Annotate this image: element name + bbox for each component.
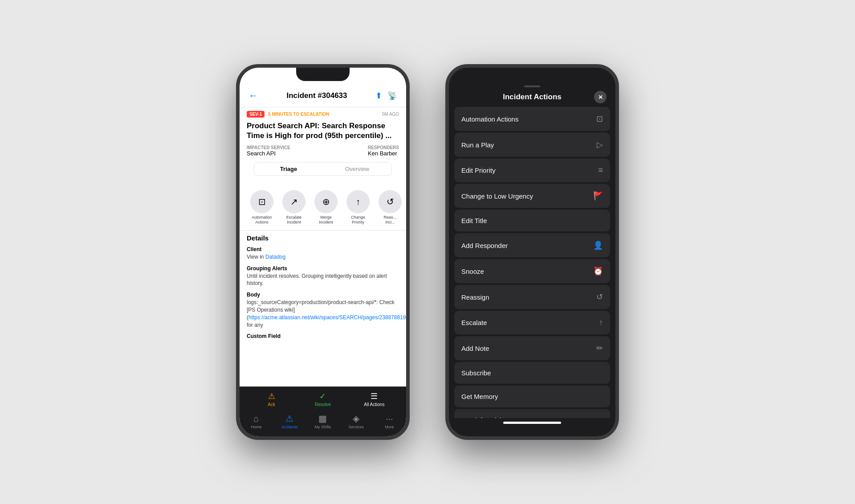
bottom-tab-bar: ⚠ Ack ✓ Resolve ☰ All Actions ⌂ bbox=[240, 386, 406, 436]
modal-title: Incident Actions bbox=[503, 93, 562, 102]
datadog-link[interactable]: Datadog bbox=[265, 254, 285, 260]
ack-label: Ack bbox=[268, 402, 275, 407]
bell-icon[interactable]: 📡 bbox=[387, 91, 397, 101]
home-icon: ⌂ bbox=[253, 414, 259, 424]
modal-bottom-bar bbox=[449, 418, 615, 436]
detail-body: Body logs:_sourceCategory=production/pro… bbox=[247, 292, 399, 329]
details-heading: Details bbox=[247, 234, 399, 242]
automation-label: AutomationActions bbox=[252, 215, 272, 225]
left-phone-screen: ← Incident #304633 ⬆ 📡 SEV-1 5 MINUTES T… bbox=[240, 68, 406, 436]
action-escalate-icon: ↑ bbox=[599, 318, 603, 327]
modal-list: Automation Actions ⊡ Run a Play ▷ Edit P… bbox=[449, 107, 615, 418]
services-label: Services bbox=[349, 425, 364, 429]
action-add-note-label: Add Note bbox=[461, 345, 489, 352]
action-item-subscribe[interactable]: Subscribe bbox=[454, 362, 610, 384]
action-change-priority[interactable]: ↑ ChangePriority bbox=[343, 190, 373, 225]
right-notch bbox=[505, 68, 559, 81]
detail-body-label: Body bbox=[247, 292, 399, 298]
action-item-snooze[interactable]: Snooze ⏰ bbox=[454, 259, 610, 283]
home-label: Home bbox=[251, 425, 261, 429]
detail-grouping-label: Grouping Alerts bbox=[247, 265, 399, 272]
resolve-button[interactable]: ✓ Resolve bbox=[298, 390, 347, 409]
merge-icon-circle: ⊕ bbox=[314, 190, 338, 213]
action-item-get-memory[interactable]: Get Memory bbox=[454, 386, 610, 407]
change-priority-label: ChangePriority bbox=[351, 215, 365, 225]
detail-custom-label: Custom Field bbox=[247, 333, 399, 339]
action-item-oci-disk[interactable]: OCI infra Disk Usage bbox=[454, 409, 610, 418]
left-phone: ← Incident #304633 ⬆ 📡 SEV-1 5 MINUTES T… bbox=[236, 64, 410, 440]
services-icon: ◈ bbox=[353, 413, 359, 424]
automation-icon: ⊡ bbox=[258, 196, 266, 207]
action-add-responder-icon: 👤 bbox=[593, 240, 603, 250]
action-item-reassign[interactable]: Reassign ↺ bbox=[454, 285, 610, 309]
incidents-label: Incidents bbox=[281, 425, 297, 429]
change-priority-icon: ↑ bbox=[356, 197, 360, 207]
ack-button[interactable]: ⚠ Ack bbox=[247, 390, 296, 409]
action-item-add-note[interactable]: Add Note ✏ bbox=[454, 336, 610, 360]
notch bbox=[296, 68, 350, 81]
action-reassign[interactable]: ↺ Reas...Inci... bbox=[375, 190, 405, 225]
action-change-low-urgency-icon: 🚩 bbox=[593, 191, 603, 201]
reassign-icon-circle: ↺ bbox=[379, 190, 402, 213]
escalation-text: 5 MINUTES TO ESCALATION bbox=[268, 112, 329, 117]
nav-home[interactable]: ⌂ Home bbox=[240, 414, 273, 429]
action-item-automation-actions[interactable]: Automation Actions ⊡ bbox=[454, 107, 610, 131]
action-automation-actions-icon: ⊡ bbox=[596, 114, 603, 124]
escalate-icon-circle: ↗ bbox=[282, 190, 305, 213]
action-item-change-low-urgency[interactable]: Change to Low Urgency 🚩 bbox=[454, 184, 610, 208]
action-edit-priority-icon: ≡ bbox=[598, 166, 603, 175]
all-actions-button[interactable]: ☰ All Actions bbox=[350, 390, 399, 409]
escalate-icon: ↗ bbox=[290, 196, 298, 207]
action-snooze-label: Snooze bbox=[461, 268, 484, 275]
action-item-edit-priority[interactable]: Edit Priority ≡ bbox=[454, 159, 610, 182]
responders-value: Ken Barber bbox=[368, 150, 399, 157]
tab-overview[interactable]: Overview bbox=[323, 163, 391, 175]
action-item-run-a-play[interactable]: Run a Play ▷ bbox=[454, 133, 610, 157]
nav-incidents[interactable]: ⚠ Incidents bbox=[273, 413, 306, 429]
detail-client-label: Client bbox=[247, 246, 399, 252]
incident-body: Product Search API: Search Response Time… bbox=[240, 121, 406, 187]
action-item-add-responder[interactable]: Add Responder 👤 bbox=[454, 233, 610, 257]
back-button[interactable]: ← bbox=[248, 90, 258, 102]
phones-container: ← Incident #304633 ⬆ 📡 SEV-1 5 MINUTES T… bbox=[0, 46, 855, 458]
action-automation[interactable]: ⊡ AutomationActions bbox=[247, 190, 277, 225]
right-phone: Incident Actions ✕ Automation Actions ⊡ … bbox=[445, 64, 619, 440]
modal-handle bbox=[524, 85, 540, 87]
service-label: IMPACTED SERVICE bbox=[247, 145, 290, 150]
incident-content: SEV-1 5 MINUTES TO ESCALATION 5M AGO Pro… bbox=[240, 107, 406, 386]
responders-label: RESPONDERS bbox=[368, 145, 399, 150]
action-escalate[interactable]: ↗ EscalateIncident bbox=[279, 190, 309, 225]
detail-client-value[interactable]: View in Datadog bbox=[247, 253, 399, 261]
action-add-responder-label: Add Responder bbox=[461, 242, 508, 249]
more-icon: ··· bbox=[386, 414, 393, 424]
time-ago: 5M AGO bbox=[382, 112, 399, 117]
share-icon[interactable]: ⬆ bbox=[375, 91, 382, 101]
automation-icon-circle: ⊡ bbox=[250, 190, 273, 213]
action-merge[interactable]: ⊕ MergeIncident bbox=[311, 190, 341, 225]
modal-close-button[interactable]: ✕ bbox=[594, 91, 607, 103]
incident-meta: IMPACTED SERVICE Search API RESPONDERS K… bbox=[247, 145, 399, 157]
action-row: ⚠ Ack ✓ Resolve ☰ All Actions bbox=[240, 387, 406, 411]
wiki-link[interactable]: https://acme.atlassian.net/wiki/spaces/S… bbox=[248, 314, 406, 321]
resolve-label: Resolve bbox=[315, 402, 331, 407]
nav-more[interactable]: ··· More bbox=[373, 414, 406, 429]
right-phone-screen: Incident Actions ✕ Automation Actions ⊡ … bbox=[449, 68, 615, 436]
action-reassign-label: Reassign bbox=[461, 293, 489, 301]
nav-services[interactable]: ◈ Services bbox=[339, 413, 373, 429]
tabs-row: Triage Overview bbox=[254, 162, 392, 176]
action-reassign-icon: ↺ bbox=[596, 292, 603, 302]
action-automation-actions-label: Automation Actions bbox=[461, 115, 518, 123]
merge-label: MergeIncident bbox=[319, 215, 333, 225]
myshifts-icon: ▦ bbox=[318, 413, 327, 424]
reassign-label: Reas...Inci... bbox=[384, 215, 397, 225]
action-item-escalate[interactable]: Escalate ↑ bbox=[454, 311, 610, 334]
nav-myshifts[interactable]: ▦ My Shifts bbox=[306, 413, 340, 429]
tab-triage[interactable]: Triage bbox=[254, 163, 323, 175]
action-item-edit-title[interactable]: Edit Title bbox=[454, 210, 610, 232]
meta-service: IMPACTED SERVICE Search API bbox=[247, 145, 290, 157]
service-value: Search API bbox=[247, 150, 290, 157]
action-escalate-label: Escalate bbox=[461, 319, 487, 326]
sev-badge: SEV-1 bbox=[247, 111, 265, 118]
action-get-memory-label: Get Memory bbox=[461, 393, 498, 400]
modal-home-indicator bbox=[503, 422, 561, 424]
